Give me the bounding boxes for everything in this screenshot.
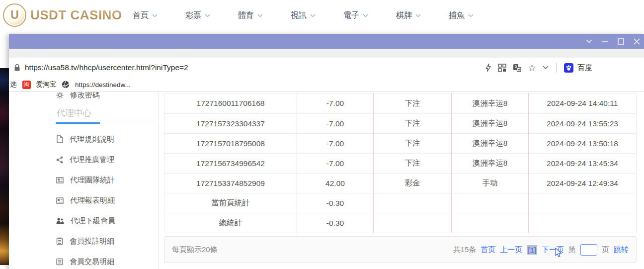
toolbar-separator xyxy=(556,63,557,73)
cell-amount: -0.30 xyxy=(297,213,373,233)
address-bar[interactable]: https://usa58.tv/hhcp/usercenter.html?in… xyxy=(9,58,644,78)
cell-type: 下注 xyxy=(373,133,451,153)
cell-platform: 澳洲幸运8 xyxy=(451,93,528,113)
bookmark-item[interactable]: 爱淘宝 xyxy=(36,80,57,89)
pagination-bar: 每頁顯示20條 共15条 首页 上一页 [1] 下一页 第 页 跳转 xyxy=(164,236,637,263)
window-chevron-down-icon[interactable] xyxy=(585,38,592,45)
sidebar-item-agent-promotion[interactable]: 代理推廣管理 xyxy=(56,154,114,165)
first-page-link[interactable]: 首页 xyxy=(481,245,495,255)
chevron-down-icon xyxy=(363,14,368,17)
cell-amount: -7.00 xyxy=(297,133,373,153)
tab-strip xyxy=(9,49,644,58)
lock-icon xyxy=(14,64,20,72)
nav-item[interactable]: 電子 xyxy=(343,10,368,21)
nav-item-label: 捕魚 xyxy=(449,10,465,21)
sidebar-item-label: 代理團隊統計 xyxy=(70,176,115,185)
cell-order-id: 1727156734996542 xyxy=(164,153,297,173)
jump-suffix-label: 页 xyxy=(602,245,609,255)
nav-item[interactable]: 視訊 xyxy=(291,10,316,21)
section-underline-track xyxy=(100,123,155,123)
cell-type xyxy=(373,213,451,233)
toolbar-chevron-down-icon[interactable] xyxy=(543,66,549,70)
sidebar-item-member-bet-detail[interactable]: 會員投註明細 xyxy=(56,236,114,247)
nav-item[interactable]: 彩票 xyxy=(185,10,210,21)
globe-icon[interactable] xyxy=(62,81,70,89)
cell-type: 彩金 xyxy=(373,173,451,193)
sidebar-item-member-transaction-detail[interactable]: 會員交易明細 xyxy=(56,256,114,267)
chevron-down-icon xyxy=(310,14,316,17)
sidebar-item-label: 代理規則說明 xyxy=(70,135,114,144)
baidu-button[interactable]: 百度 xyxy=(564,63,592,73)
logo-initial: U xyxy=(10,9,19,21)
table-row: 1727153374852909 42.00 彩金 手动 2024-09-24 … xyxy=(164,173,636,193)
cell-order-id: 當前頁統計 xyxy=(164,193,297,213)
url-text: https://usa58.tv/hhcp/usercenter.html?in… xyxy=(25,63,188,72)
jump-prefix-label: 第 xyxy=(568,245,576,255)
sidebar-item-agent-report-detail[interactable]: 代理報表明細 xyxy=(56,195,115,206)
records-table: 1727160011706168 -7.00 下注 澳洲幸运8 2024-09-… xyxy=(164,93,637,233)
sidebar-section-title: 代理中心 xyxy=(57,107,91,119)
lightning-icon[interactable] xyxy=(485,63,491,72)
nav-item[interactable]: 棋牌 xyxy=(396,10,421,21)
table-row: 1727157323304337 -7.00 下注 澳洲幸运8 2024-09-… xyxy=(164,113,636,133)
cell-amount: -0.30 xyxy=(297,193,373,213)
window-minimize-icon[interactable] xyxy=(601,38,608,45)
baidu-label: 百度 xyxy=(577,63,592,73)
nav-item-label: 體育 xyxy=(238,10,254,21)
nav-item[interactable]: 捕魚 xyxy=(449,10,474,21)
page-number-input[interactable] xyxy=(580,244,597,256)
current-page-indicator: [1] xyxy=(527,245,537,255)
sidebar-item-label: 代理報表明細 xyxy=(70,196,115,205)
qr-grid-icon[interactable] xyxy=(498,64,506,72)
sidebar: 修改密碼 代理中心 代理規則說明 xyxy=(51,92,159,269)
sidebar-item-change-password[interactable]: 修改密碼 xyxy=(56,91,100,100)
nav-item-label: 電子 xyxy=(343,10,359,21)
nav-item-label: 彩票 xyxy=(185,10,201,21)
mouse-cursor xyxy=(555,248,563,258)
sidebar-item-agent-sub-members[interactable]: 代理下級會員 xyxy=(56,215,115,226)
nav-item[interactable]: 體育 xyxy=(238,10,263,21)
cell-platform xyxy=(451,193,528,213)
browser-window: https://usa58.tv/hhcp/usercenter.html?in… xyxy=(9,34,644,269)
trade-detail-icon xyxy=(56,258,63,266)
cell-order-id: 1727157018795008 xyxy=(164,133,297,153)
bookmark-star-icon[interactable]: ☆ xyxy=(528,63,536,73)
active-section-underline xyxy=(56,122,100,124)
jump-button[interactable]: 跳转 xyxy=(614,245,629,255)
taobao-icon[interactable]: 淘 xyxy=(22,81,31,89)
sidebar-item-label: 代理下級會員 xyxy=(71,216,115,226)
cell-type: 下注 xyxy=(373,153,451,173)
document-icon xyxy=(56,135,63,143)
cell-type xyxy=(373,193,451,213)
nav-item[interactable]: 首頁 xyxy=(133,10,158,21)
bookmark-item[interactable]: 选 xyxy=(10,80,17,89)
window-close-icon[interactable] xyxy=(633,38,640,45)
sidebar-item-agent-rules[interactable]: 代理規則說明 xyxy=(56,134,114,145)
translate-icon[interactable] xyxy=(513,64,521,72)
cell-type: 下注 xyxy=(373,93,451,113)
prev-page-link[interactable]: 上一页 xyxy=(500,245,522,255)
cell-platform: 手动 xyxy=(451,173,528,193)
chevron-down-icon xyxy=(468,14,474,17)
report-icon xyxy=(56,197,64,204)
cell-time xyxy=(528,213,636,233)
cell-time: 2024-09-24 13:45:34 xyxy=(528,153,636,173)
table-row: 1727156734996542 -7.00 下注 澳洲幸运8 2024-09-… xyxy=(164,153,636,173)
cell-time: 2024-09-24 12:49:34 xyxy=(528,173,636,193)
bookmark-item[interactable]: https://destinedw... xyxy=(75,81,131,89)
chevron-down-icon xyxy=(205,14,210,17)
cell-amount: -7.00 xyxy=(297,153,373,173)
sidebar-item-agent-team-stats[interactable]: 代理團隊統計 xyxy=(56,175,115,185)
table-row: 1727157018795008 -7.00 下注 澳洲幸运8 2024-09-… xyxy=(164,133,636,153)
cell-time xyxy=(528,193,636,213)
cell-order-id: 總統計 xyxy=(164,213,297,233)
cell-time: 2024-09-24 14:40:11 xyxy=(528,93,636,113)
sidebar-item-label: 修改密碼 xyxy=(70,91,100,100)
site-logo[interactable]: U USDT CASINO xyxy=(3,3,122,27)
team-stats-icon xyxy=(56,177,64,184)
window-maximize-icon[interactable] xyxy=(617,38,624,45)
cell-amount: -7.00 xyxy=(297,113,373,133)
site-header: U USDT CASINO 首頁 彩票 xyxy=(0,0,644,31)
screen: U USDT CASINO 首頁 彩票 xyxy=(0,0,644,269)
logo-coin-icon: U xyxy=(3,3,26,27)
